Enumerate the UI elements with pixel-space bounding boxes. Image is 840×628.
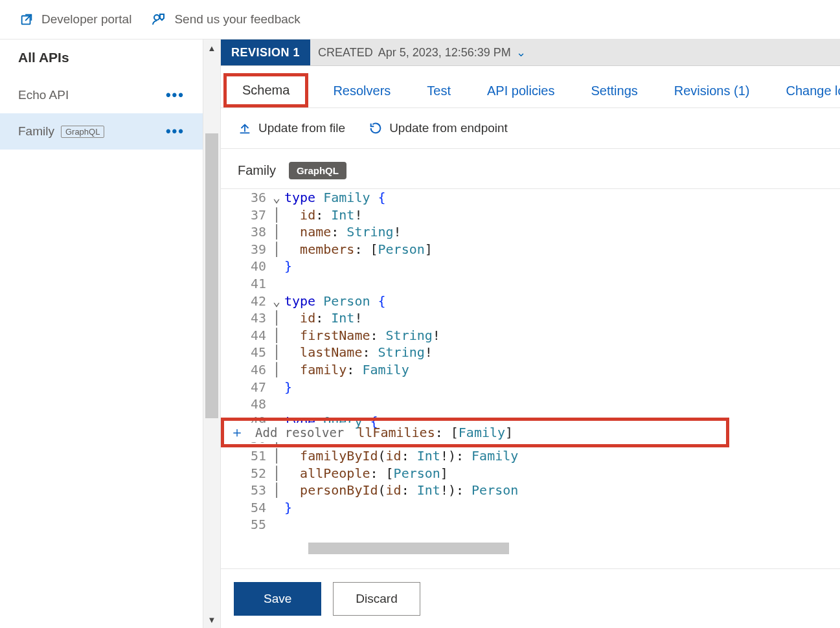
chevron-down-icon: ⌄	[516, 45, 526, 60]
update-from-file-button[interactable]: Update from file	[238, 121, 345, 135]
tab-schema[interactable]: Schema	[223, 73, 308, 107]
more-icon[interactable]: •••	[166, 87, 185, 104]
refresh-icon	[369, 121, 383, 135]
code-line[interactable]: 51│ familyById(id: Int!): Family	[221, 447, 840, 465]
tab-resolvers[interactable]: Resolvers	[315, 74, 409, 107]
code-text: id: Int!	[284, 207, 362, 224]
fold-icon[interactable]: │	[269, 223, 284, 241]
update-from-endpoint-button[interactable]: Update from endpoint	[369, 121, 508, 135]
line-number: 38	[221, 223, 269, 241]
line-number: 42	[221, 293, 269, 310]
code-text: }	[284, 499, 292, 517]
tab-api-policies[interactable]: API policies	[469, 74, 573, 107]
sidebar-item-label: Family	[18, 124, 54, 139]
fold-icon[interactable]: │	[269, 241, 284, 258]
code-line[interactable]: 54}	[221, 499, 840, 517]
code-line[interactable]: 45│ lastName: String!	[221, 344, 840, 361]
code-line[interactable]: 52│ allPeople: [Person]	[221, 465, 840, 482]
fold-icon[interactable]: │	[269, 327, 284, 344]
developer-portal-label: Developer portal	[41, 12, 131, 27]
code-text: firstName: String!	[284, 327, 440, 344]
code-line[interactable]: 55	[221, 516, 840, 533]
code-text: type Family {	[284, 189, 386, 207]
fold-icon[interactable]	[269, 379, 284, 396]
top-bar: Developer portal Send us your feedback	[0, 0, 840, 39]
tab-bar: Schema Resolvers Test API policies Setti…	[221, 66, 840, 108]
fold-icon[interactable]: │	[269, 309, 284, 327]
discard-button[interactable]: Discard	[333, 582, 420, 616]
api-header: Family GraphQL	[221, 149, 840, 188]
code-text: members: [Person]	[284, 241, 433, 258]
code-line[interactable]: 47}	[221, 379, 840, 396]
code-line[interactable]: 46│ family: Family	[221, 361, 840, 379]
developer-portal-link[interactable]: Developer portal	[19, 12, 131, 27]
add-resolver-button[interactable]: Add resolver	[250, 423, 353, 443]
fold-icon[interactable]: │	[269, 447, 284, 465]
fold-icon[interactable]: │	[269, 344, 284, 361]
send-feedback-link[interactable]: Send us your feedback	[151, 12, 300, 27]
line-number: 40	[221, 258, 269, 275]
code-text: allPeople: [Person]	[284, 465, 448, 482]
fold-icon[interactable]	[269, 499, 284, 517]
code-line[interactable]: 53│ personById(id: Int!): Person	[221, 482, 840, 499]
line-number: 43	[221, 309, 269, 327]
fold-icon[interactable]	[269, 275, 284, 293]
save-button[interactable]: Save	[234, 582, 321, 616]
revision-badge[interactable]: REVISION 1	[221, 39, 310, 65]
fold-icon[interactable]: │	[269, 361, 284, 379]
horizontal-scroll-thumb[interactable]	[308, 543, 509, 554]
code-text: }	[284, 258, 292, 275]
sidebar-item-label: Echo API	[18, 88, 69, 102]
update-from-endpoint-label: Update from endpoint	[389, 121, 508, 135]
line-number: 46	[221, 361, 269, 379]
code-line[interactable]: 48	[221, 396, 840, 413]
code-line[interactable]: 38│ name: String!	[221, 223, 840, 241]
line-number: 47	[221, 379, 269, 396]
code-line[interactable]: 39│ members: [Person]	[221, 241, 840, 258]
fold-icon[interactable]	[269, 396, 284, 413]
code-line[interactable]: 36⌄type Family {	[221, 189, 840, 207]
revision-created-prefix: CREATED	[318, 46, 373, 60]
vertical-scrollbar[interactable]: ▲ ▼	[203, 39, 221, 628]
line-number: 48	[221, 396, 269, 413]
code-text: type Person {	[284, 293, 386, 310]
revision-created[interactable]: CREATED Apr 5, 2023, 12:56:39 PM ⌄	[318, 45, 526, 60]
code-text: family: Family	[284, 361, 409, 379]
sidebar-item-echo-api[interactable]: Echo API •••	[0, 77, 203, 113]
code-text: personById(id: Int!): Person	[284, 482, 518, 499]
upload-icon	[238, 121, 252, 135]
code-line[interactable]: 42⌄type Person {	[221, 293, 840, 310]
fold-icon[interactable]	[269, 516, 284, 533]
tab-settings[interactable]: Settings	[573, 74, 655, 107]
feedback-icon	[151, 12, 166, 27]
schema-editor[interactable]: 36⌄type Family {37│ id: Int!38│ name: St…	[221, 188, 840, 568]
fold-icon[interactable]: │	[269, 482, 284, 499]
code-text: id: Int!	[284, 309, 362, 327]
tab-revisions[interactable]: Revisions (1)	[656, 74, 768, 107]
scroll-thumb[interactable]	[205, 133, 218, 418]
footer-bar: Save Discard	[221, 568, 840, 628]
fold-icon[interactable]	[269, 258, 284, 275]
more-icon[interactable]: •••	[166, 123, 185, 140]
fold-icon[interactable]: │	[269, 465, 284, 482]
scroll-up-icon[interactable]: ▲	[203, 43, 220, 53]
code-line[interactable]: 41	[221, 275, 840, 293]
fold-icon[interactable]: ⌄	[269, 293, 284, 310]
code-line[interactable]: 44│ firstName: String!	[221, 327, 840, 344]
sidebar-item-family[interactable]: Family GraphQL •••	[0, 113, 203, 150]
fold-icon[interactable]: ⌄	[269, 189, 284, 207]
tab-change-log[interactable]: Change log	[767, 74, 840, 107]
code-line[interactable]: 37│ id: Int!	[221, 207, 840, 224]
revision-created-value: Apr 5, 2023, 12:56:39 PM	[378, 46, 511, 60]
api-name: Family	[238, 163, 276, 178]
fold-icon[interactable]: │	[269, 207, 284, 224]
tab-test[interactable]: Test	[409, 74, 469, 107]
line-number: 52	[221, 465, 269, 482]
external-link-icon	[19, 12, 34, 27]
line-number: 37	[221, 207, 269, 224]
code-line[interactable]: 40}	[221, 258, 840, 275]
line-number: 36	[221, 189, 269, 207]
scroll-down-icon[interactable]: ▼	[203, 615, 220, 625]
schema-toolbar: Update from file Update from endpoint	[221, 108, 840, 149]
code-line[interactable]: 43│ id: Int!	[221, 309, 840, 327]
